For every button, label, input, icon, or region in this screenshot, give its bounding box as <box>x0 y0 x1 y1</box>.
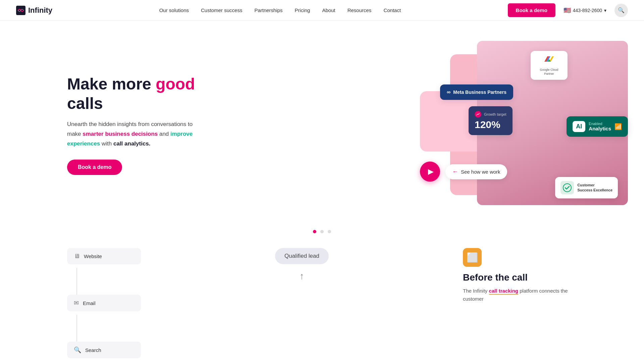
channel-search: 🔍 Search <box>67 342 141 358</box>
growth-target-card: Growth target 120% <box>469 106 513 135</box>
chevron-down-icon: ▾ <box>604 8 606 13</box>
qualified-lead-area: Qualified lead ↑ <box>161 248 443 284</box>
google-card-text: Google Cloud Partner <box>536 68 562 76</box>
nav-links: Our solutions Customer success Partnersh… <box>154 5 406 16</box>
meta-partner-card: ∞ Meta Business Partners <box>440 84 513 100</box>
nav-customer-success[interactable]: Customer success <box>196 5 248 16</box>
nav-resources[interactable]: Resources <box>342 5 377 16</box>
hero-title-start: Make more <box>67 75 156 93</box>
cse-card: Customer Success Excellence <box>555 177 618 198</box>
channel-website: 🖥 Website <box>67 248 141 264</box>
google-cloud-icon <box>536 55 562 67</box>
logo-text: Infinity <box>28 6 52 15</box>
logo-link[interactable]: Infinity <box>16 6 52 15</box>
carousel-dot-2[interactable] <box>320 230 324 233</box>
book-demo-hero-button[interactable]: Book a demo <box>67 160 122 175</box>
growth-label: Growth target <box>484 112 506 116</box>
bottom-section: 🖥 Website ✉ Email 🔍 Search Qualified lea… <box>0 241 644 362</box>
search-channel-icon: 🔍 <box>74 346 81 354</box>
svg-point-1 <box>563 184 571 192</box>
email-icon: ✉ <box>74 299 79 307</box>
book-demo-nav-button[interactable]: Book a demo <box>508 3 555 17</box>
carousel-dot-3[interactable] <box>328 230 331 233</box>
ai-analytics-card: AI Enabled Analytics 📶 <box>567 116 628 137</box>
hero-visual: Google Cloud Partner ∞ Meta Business Par… <box>420 41 628 208</box>
arrow-left-icon: ← <box>452 168 458 175</box>
flag-icon: 🇺🇸 <box>564 7 571 14</box>
hero-title-accent: good <box>156 75 195 93</box>
see-how-label: See how we work <box>461 169 500 175</box>
nav-partnerships[interactable]: Partnerships <box>249 5 288 16</box>
website-icon: 🖥 <box>74 253 80 260</box>
before-call-icon: ⬜ <box>463 248 482 267</box>
channel-search-label: Search <box>85 347 101 353</box>
phone-number: 443-892-2600 <box>573 8 602 13</box>
nav-about[interactable]: About <box>317 5 340 16</box>
play-icon: ▶ <box>428 167 434 176</box>
hero-subtitle: Unearth the hidden insights from convers… <box>67 120 208 149</box>
before-call-title: Before the call <box>463 272 577 283</box>
nav-right: Book a demo 🇺🇸 443-892-2600 ▾ 🔍 <box>508 3 628 17</box>
hero-section: Make more good calls Unearth the hidden … <box>0 21 644 222</box>
ai-card-text: Enabled Analytics <box>589 122 611 131</box>
qualified-lead-badge: Qualified lead <box>275 248 329 264</box>
before-call-text: The Infinity call tracking platform conn… <box>463 287 577 303</box>
hero-title-end: calls <box>67 95 103 112</box>
meta-card-text: Meta Business Partners <box>453 89 506 95</box>
hero-title: Make more good calls <box>67 74 208 113</box>
carousel-dot-1[interactable] <box>313 230 316 233</box>
see-how-button[interactable]: ← See how we work <box>445 164 507 179</box>
play-area: ▶ ← See how we work <box>420 162 507 182</box>
channel-email: ✉ Email <box>67 295 141 311</box>
meta-icon: ∞ <box>447 89 450 95</box>
carousel-dots <box>0 222 644 241</box>
search-button[interactable]: 🔍 <box>614 4 628 17</box>
before-call-section: ⬜ Before the call The Infinity call trac… <box>463 248 577 303</box>
play-button[interactable]: ▶ <box>420 162 440 182</box>
logo-icon <box>16 6 25 15</box>
nav-our-solutions[interactable]: Our solutions <box>154 5 194 16</box>
navbar: Infinity Our solutions Customer success … <box>0 0 644 21</box>
nav-pricing[interactable]: Pricing <box>289 5 316 16</box>
growth-value: 120% <box>475 119 506 130</box>
channel-website-label: Website <box>84 253 102 259</box>
connector-line-1 <box>76 268 77 295</box>
google-partner-card: Google Cloud Partner <box>531 51 568 80</box>
hero-content: Make more good calls Unearth the hidden … <box>67 74 208 175</box>
connector-line-2 <box>76 315 77 342</box>
phone-button[interactable]: 🇺🇸 443-892-2600 ▾ <box>559 4 610 17</box>
search-icon: 🔍 <box>618 7 625 13</box>
channels-list: 🖥 Website ✉ Email 🔍 Search <box>67 248 141 362</box>
arrow-up-icon: ↑ <box>300 271 304 282</box>
cse-text: Customer Success Excellence <box>577 183 612 193</box>
channel-email-label: Email <box>83 300 96 306</box>
cse-icon <box>560 181 574 194</box>
nav-contact[interactable]: Contact <box>378 5 406 16</box>
